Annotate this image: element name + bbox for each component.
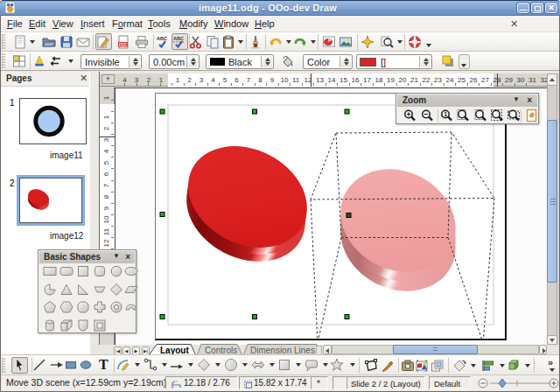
svg-text:PDF: PDF <box>119 43 127 47</box>
svg-text:Layout: Layout <box>160 346 189 355</box>
svg-text:ABC: ABC <box>173 36 184 41</box>
svg-text:Dimension Lines: Dimension Lines <box>250 346 315 355</box>
svg-text:ABC: ABC <box>157 36 167 41</box>
svg-text:1: 1 <box>444 111 448 117</box>
svg-text:Controls: Controls <box>205 346 237 355</box>
